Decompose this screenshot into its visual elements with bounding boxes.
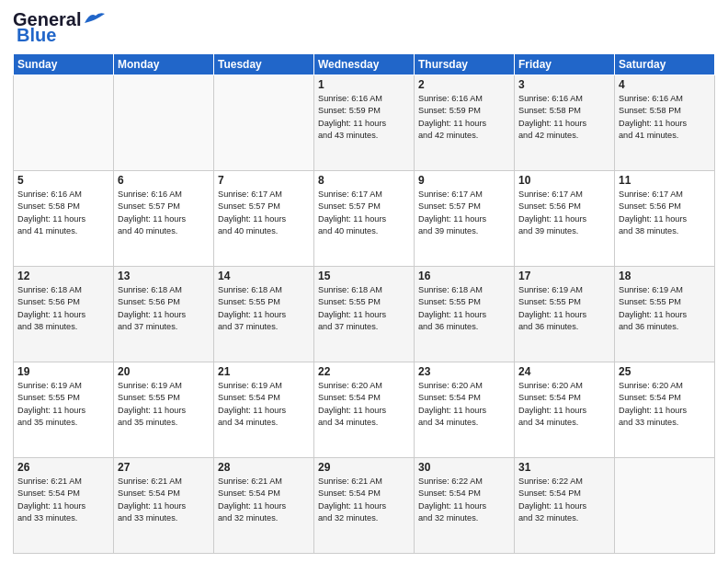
day-info: Sunrise: 6:16 AM Sunset: 5:58 PM Dayligh… [518, 93, 610, 142]
week-row-3: 12Sunrise: 6:18 AM Sunset: 5:56 PM Dayli… [14, 267, 715, 362]
day-cell-2: 2Sunrise: 6:16 AM Sunset: 5:59 PM Daylig… [415, 75, 515, 171]
day-number: 8 [318, 174, 410, 187]
day-cell-26: 26Sunrise: 6:21 AM Sunset: 5:54 PM Dayli… [14, 458, 114, 554]
day-number: 10 [518, 174, 610, 187]
day-cell-17: 17Sunrise: 6:19 AM Sunset: 5:55 PM Dayli… [515, 267, 615, 362]
day-info: Sunrise: 6:16 AM Sunset: 5:58 PM Dayligh… [17, 189, 109, 237]
day-info: Sunrise: 6:16 AM Sunset: 5:57 PM Dayligh… [118, 189, 210, 237]
day-number: 20 [118, 365, 210, 378]
day-cell-24: 24Sunrise: 6:20 AM Sunset: 5:54 PM Dayli… [515, 362, 615, 458]
day-cell-16: 16Sunrise: 6:18 AM Sunset: 5:55 PM Dayli… [415, 267, 515, 362]
day-number: 16 [418, 270, 510, 282]
logo-blue: Blue [17, 25, 56, 46]
day-info: Sunrise: 6:16 AM Sunset: 5:59 PM Dayligh… [318, 93, 410, 142]
day-number: 9 [418, 174, 510, 187]
day-cell-12: 12Sunrise: 6:18 AM Sunset: 5:56 PM Dayli… [14, 267, 114, 362]
day-info: Sunrise: 6:20 AM Sunset: 5:54 PM Dayligh… [518, 380, 610, 429]
day-cell-4: 4Sunrise: 6:16 AM Sunset: 5:58 PM Daylig… [615, 75, 715, 171]
day-cell-8: 8Sunrise: 6:17 AM Sunset: 5:57 PM Daylig… [314, 171, 415, 267]
day-number: 11 [619, 174, 711, 187]
day-cell-20: 20Sunrise: 6:19 AM Sunset: 5:55 PM Dayli… [114, 362, 214, 458]
day-number: 3 [518, 78, 610, 91]
day-number: 26 [17, 461, 109, 474]
day-cell-27: 27Sunrise: 6:21 AM Sunset: 5:54 PM Dayli… [114, 458, 214, 554]
day-number: 23 [418, 365, 510, 378]
calendar-page: General Blue SundayMondayTuesdayWednesda… [0, 0, 728, 563]
weekday-header-row: SundayMondayTuesdayWednesdayThursdayFrid… [14, 54, 715, 75]
day-info: Sunrise: 6:19 AM Sunset: 5:55 PM Dayligh… [17, 380, 109, 429]
day-info: Sunrise: 6:19 AM Sunset: 5:55 PM Dayligh… [518, 284, 610, 333]
day-cell-30: 30Sunrise: 6:22 AM Sunset: 5:54 PM Dayli… [415, 458, 515, 554]
day-number: 13 [118, 270, 210, 282]
day-number: 29 [318, 461, 410, 474]
day-info: Sunrise: 6:21 AM Sunset: 5:54 PM Dayligh… [17, 476, 109, 524]
day-number: 7 [218, 174, 310, 187]
day-number: 27 [118, 461, 210, 474]
week-row-5: 26Sunrise: 6:21 AM Sunset: 5:54 PM Dayli… [14, 458, 715, 554]
day-cell-25: 25Sunrise: 6:20 AM Sunset: 5:54 PM Dayli… [615, 362, 715, 458]
day-cell-14: 14Sunrise: 6:18 AM Sunset: 5:55 PM Dayli… [214, 267, 314, 362]
day-number: 24 [518, 365, 610, 378]
day-info: Sunrise: 6:21 AM Sunset: 5:54 PM Dayligh… [218, 476, 310, 524]
day-cell-22: 22Sunrise: 6:20 AM Sunset: 5:54 PM Dayli… [314, 362, 415, 458]
day-info: Sunrise: 6:20 AM Sunset: 5:54 PM Dayligh… [318, 380, 410, 429]
day-cell-1: 1Sunrise: 6:16 AM Sunset: 5:59 PM Daylig… [314, 75, 415, 171]
day-number: 17 [518, 270, 610, 282]
day-cell-21: 21Sunrise: 6:19 AM Sunset: 5:54 PM Dayli… [214, 362, 314, 458]
day-number: 12 [17, 270, 109, 282]
day-info: Sunrise: 6:18 AM Sunset: 5:56 PM Dayligh… [118, 284, 210, 333]
day-cell-7: 7Sunrise: 6:17 AM Sunset: 5:57 PM Daylig… [214, 171, 314, 267]
weekday-header-sunday: Sunday [14, 54, 114, 75]
header: General Blue [13, 9, 715, 46]
day-cell-11: 11Sunrise: 6:17 AM Sunset: 5:56 PM Dayli… [615, 171, 715, 267]
day-number: 31 [518, 461, 610, 474]
day-number: 25 [619, 365, 711, 378]
day-info: Sunrise: 6:20 AM Sunset: 5:54 PM Dayligh… [619, 380, 711, 429]
day-info: Sunrise: 6:19 AM Sunset: 5:55 PM Dayligh… [619, 284, 711, 333]
day-number: 1 [318, 78, 410, 91]
day-cell-6: 6Sunrise: 6:16 AM Sunset: 5:57 PM Daylig… [114, 171, 214, 267]
day-number: 18 [619, 270, 711, 282]
week-row-4: 19Sunrise: 6:19 AM Sunset: 5:55 PM Dayli… [14, 362, 715, 458]
day-info: Sunrise: 6:17 AM Sunset: 5:57 PM Dayligh… [318, 189, 410, 237]
day-cell-10: 10Sunrise: 6:17 AM Sunset: 5:56 PM Dayli… [515, 171, 615, 267]
day-cell-18: 18Sunrise: 6:19 AM Sunset: 5:55 PM Dayli… [615, 267, 715, 362]
day-info: Sunrise: 6:18 AM Sunset: 5:55 PM Dayligh… [218, 284, 310, 333]
day-cell-19: 19Sunrise: 6:19 AM Sunset: 5:55 PM Dayli… [14, 362, 114, 458]
day-info: Sunrise: 6:19 AM Sunset: 5:54 PM Dayligh… [218, 380, 310, 429]
day-number: 28 [218, 461, 310, 474]
day-number: 19 [17, 365, 109, 378]
weekday-header-wednesday: Wednesday [314, 54, 415, 75]
day-info: Sunrise: 6:22 AM Sunset: 5:54 PM Dayligh… [518, 476, 610, 524]
empty-cell [214, 75, 314, 171]
day-cell-31: 31Sunrise: 6:22 AM Sunset: 5:54 PM Dayli… [515, 458, 615, 554]
day-info: Sunrise: 6:17 AM Sunset: 5:56 PM Dayligh… [518, 189, 610, 237]
logo: General Blue [13, 9, 107, 46]
empty-cell [14, 75, 114, 171]
day-cell-15: 15Sunrise: 6:18 AM Sunset: 5:55 PM Dayli… [314, 267, 415, 362]
day-number: 22 [318, 365, 410, 378]
day-cell-23: 23Sunrise: 6:20 AM Sunset: 5:54 PM Dayli… [415, 362, 515, 458]
day-number: 21 [218, 365, 310, 378]
day-cell-9: 9Sunrise: 6:17 AM Sunset: 5:57 PM Daylig… [415, 171, 515, 267]
day-info: Sunrise: 6:17 AM Sunset: 5:57 PM Dayligh… [218, 189, 310, 237]
day-cell-13: 13Sunrise: 6:18 AM Sunset: 5:56 PM Dayli… [114, 267, 214, 362]
week-row-1: 1Sunrise: 6:16 AM Sunset: 5:59 PM Daylig… [14, 75, 715, 171]
empty-cell [114, 75, 214, 171]
day-info: Sunrise: 6:18 AM Sunset: 5:55 PM Dayligh… [418, 284, 510, 333]
day-cell-5: 5Sunrise: 6:16 AM Sunset: 5:58 PM Daylig… [14, 171, 114, 267]
weekday-header-friday: Friday [515, 54, 615, 75]
day-number: 15 [318, 270, 410, 282]
day-number: 30 [418, 461, 510, 474]
day-info: Sunrise: 6:17 AM Sunset: 5:57 PM Dayligh… [418, 189, 510, 237]
day-info: Sunrise: 6:16 AM Sunset: 5:58 PM Dayligh… [619, 93, 711, 142]
weekday-header-monday: Monday [114, 54, 214, 75]
calendar-table: SundayMondayTuesdayWednesdayThursdayFrid… [13, 53, 715, 554]
empty-cell [615, 458, 715, 554]
day-info: Sunrise: 6:22 AM Sunset: 5:54 PM Dayligh… [418, 476, 510, 524]
day-info: Sunrise: 6:18 AM Sunset: 5:55 PM Dayligh… [318, 284, 410, 333]
day-number: 14 [218, 270, 310, 282]
day-info: Sunrise: 6:16 AM Sunset: 5:59 PM Dayligh… [418, 93, 510, 142]
day-cell-29: 29Sunrise: 6:21 AM Sunset: 5:54 PM Dayli… [314, 458, 415, 554]
weekday-header-saturday: Saturday [615, 54, 715, 75]
